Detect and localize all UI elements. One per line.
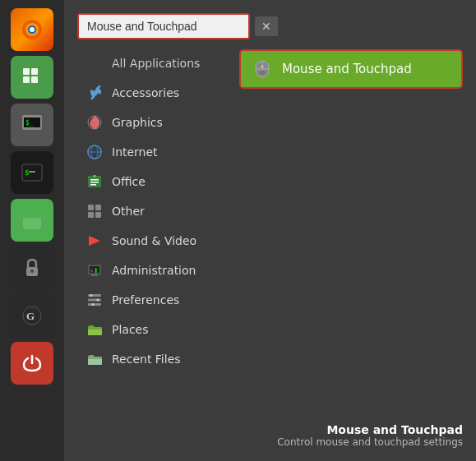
category-label: Sound & Video [112, 234, 196, 247]
firefox-icon [20, 17, 44, 42]
content-area: All Applications Accessories Graphics [77, 49, 463, 415]
svg-rect-26 [90, 184, 96, 186]
svg-point-3 [30, 27, 35, 32]
svg-rect-6 [23, 76, 30, 83]
svg-rect-4 [23, 68, 30, 75]
category-all-applications[interactable]: All Applications [77, 49, 229, 77]
administration-icon: $ ▌ [85, 261, 104, 279]
svg-rect-7 [31, 76, 38, 83]
svg-rect-48 [259, 71, 266, 75]
svg-rect-37 [88, 294, 101, 297]
svg-point-41 [97, 299, 99, 302]
svg-rect-35 [91, 274, 98, 276]
category-administration[interactable]: $ ▌ Administration [77, 256, 229, 284]
category-accessories[interactable]: Accessories [77, 79, 229, 107]
result-label: Mouse and Touchpad [282, 62, 412, 76]
svg-rect-27 [93, 175, 96, 177]
svg-point-47 [261, 66, 264, 68]
svg-text:$_: $_ [25, 119, 34, 127]
svg-text:$: $ [25, 168, 29, 177]
app-info: Mouse and Touchpad Control mouse and tou… [77, 415, 463, 448]
category-label: Office [112, 175, 146, 188]
svg-rect-38 [88, 299, 101, 302]
search-bar: ✕ [77, 13, 463, 39]
category-graphics[interactable]: Graphics [77, 108, 229, 136]
category-label: Accessories [112, 86, 179, 99]
accessories-icon [85, 84, 104, 102]
category-label: Graphics [112, 116, 163, 129]
sidebar-icon-firefox[interactable] [11, 8, 53, 51]
category-label: Internet [112, 145, 158, 159]
sidebar-icon-terminal[interactable]: $ [11, 151, 53, 194]
category-office[interactable]: Office [77, 168, 229, 196]
sidebar-icon-grammarly[interactable]: G [11, 294, 53, 337]
svg-rect-25 [90, 182, 99, 183]
sidebar-icon-lock[interactable] [11, 247, 53, 289]
internet-icon [85, 143, 104, 161]
mouse-touchpad-icon [251, 58, 274, 81]
category-internet[interactable]: Internet [77, 138, 229, 166]
other-icon [85, 202, 104, 220]
svg-point-22 [88, 145, 101, 159]
result-mouse-touchpad[interactable]: Mouse and Touchpad [239, 49, 463, 89]
category-label: Other [112, 205, 145, 218]
sidebar-icon-apps[interactable] [11, 56, 53, 99]
category-other[interactable]: Other [77, 197, 229, 225]
app-info-description: Control mouse and touchpad settings [77, 436, 463, 448]
category-label: Administration [112, 264, 196, 277]
svg-rect-29 [95, 205, 101, 210]
category-label: Preferences [112, 293, 179, 307]
category-label: Recent Files [112, 353, 181, 366]
sidebar: $_ $ G [0, 0, 64, 461]
svg-point-15 [30, 270, 34, 273]
svg-point-42 [92, 303, 95, 306]
svg-text:G: G [26, 310, 35, 322]
lock-icon [21, 256, 44, 279]
category-label: Places [112, 323, 149, 336]
svg-rect-24 [90, 179, 99, 181]
office-icon [85, 173, 104, 191]
category-sound-video[interactable]: Sound & Video [77, 227, 229, 255]
sidebar-icon-guake[interactable]: $_ [11, 104, 53, 146]
preferences-icon [85, 291, 104, 309]
power-icon [21, 352, 44, 375]
recent-files-icon [85, 350, 104, 368]
sound-video-icon [85, 232, 104, 250]
all-apps-icon [85, 54, 104, 72]
category-label: All Applications [112, 57, 200, 70]
svg-text:$ ▌: $ ▌ [90, 268, 98, 274]
search-input[interactable] [77, 13, 250, 39]
svg-rect-13 [29, 171, 35, 173]
sidebar-icon-power[interactable] [11, 342, 53, 385]
sidebar-icon-files[interactable] [11, 199, 53, 242]
category-preferences[interactable]: Preferences [77, 286, 229, 314]
category-recent-files[interactable]: Recent Files [77, 345, 229, 373]
svg-rect-30 [88, 212, 94, 218]
app-info-title: Mouse and Touchpad [77, 423, 463, 436]
graphics-icon [85, 113, 104, 131]
terminal-icon: $ [21, 161, 44, 184]
files-icon [21, 209, 44, 232]
grammarly-icon: G [21, 304, 44, 327]
main-panel: ✕ All Applications Accessories [64, 0, 476, 461]
categories-list: All Applications Accessories Graphics [77, 49, 229, 415]
category-places[interactable]: Places [77, 316, 229, 343]
guake-icon: $_ [21, 113, 44, 136]
search-clear-button[interactable]: ✕ [255, 16, 278, 36]
places-icon [85, 320, 104, 339]
results-panel: Mouse and Touchpad [239, 49, 463, 415]
svg-marker-32 [89, 236, 100, 246]
svg-rect-31 [95, 212, 101, 218]
svg-rect-5 [31, 68, 38, 75]
apps-icon [21, 66, 44, 89]
svg-point-40 [90, 294, 93, 297]
svg-rect-28 [88, 205, 94, 210]
svg-rect-39 [88, 303, 101, 306]
